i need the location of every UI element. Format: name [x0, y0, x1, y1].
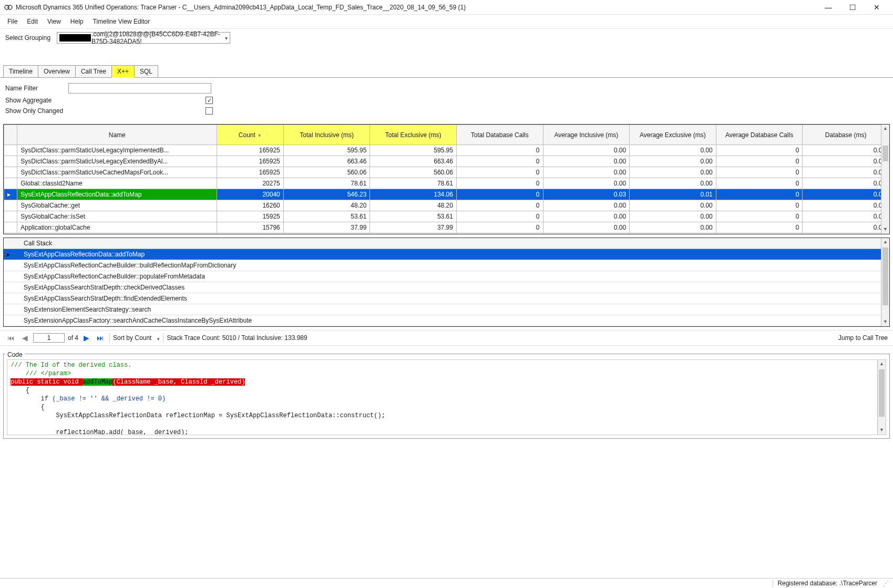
grid-scrollbar[interactable]: ▲ ▼ [881, 125, 889, 234]
cell-value: 0 [716, 200, 803, 211]
cell-value: 0.00 [543, 211, 630, 222]
col-count[interactable]: Count ▼ [217, 125, 284, 145]
cell-value: 0 [456, 167, 543, 178]
call-stack-header[interactable]: Call Stack [4, 238, 889, 249]
show-only-changed-checkbox[interactable] [206, 107, 213, 115]
row-indicator [4, 145, 17, 156]
cell-value: 560.06 [283, 167, 370, 178]
cell-value: 0.00 [630, 178, 716, 189]
cell-value: 0.00 [543, 145, 630, 156]
title-bar: Microsoft Dynamics 365 Unified Operation… [0, 0, 893, 15]
pager-prev-button[interactable]: ◀ [20, 334, 30, 342]
cell-value: 0.00 [630, 156, 716, 167]
show-aggregate-checkbox[interactable]: ✓ [206, 97, 213, 104]
pager-first-button[interactable]: ⏮ [5, 334, 17, 342]
call-stack-row[interactable]: SysExtAppClassReflectionCacheBuilder::po… [4, 271, 889, 282]
table-row[interactable]: SysGlobalCache::isSet1592553.6153.6100.0… [4, 211, 889, 222]
tab-xpp[interactable]: X++ [111, 65, 135, 78]
table-row[interactable]: SysGlobalCache::get1626048.2048.2000.000… [4, 200, 889, 211]
row-indicator [4, 167, 17, 178]
code-line: if (_base != '' && _derived != 0) [11, 395, 166, 403]
cell-value: 0.00 [543, 178, 630, 189]
col-name[interactable]: Name [17, 125, 217, 145]
tab-sql[interactable]: SQL [134, 65, 158, 77]
call-stack-row[interactable]: SysExtAppClassSearchStratDepth::findExte… [4, 293, 889, 304]
cell-value: 78.61 [370, 178, 457, 189]
call-stack-row[interactable]: SysExtensionAppClassFactory::searchAndCa… [4, 315, 889, 326]
tab-call-tree[interactable]: Call Tree [75, 65, 112, 77]
table-row[interactable]: SysDictClass::parmStaticUseLegacyExtende… [4, 156, 889, 167]
row-indicator [4, 200, 17, 211]
col-avg-exclusive[interactable]: Average Exclusive (ms) [630, 125, 716, 145]
chevron-down-icon: ▾ [225, 35, 228, 41]
cell-value: 165925 [217, 156, 284, 167]
cell-value: 0.00 [803, 189, 889, 200]
window-maximize-button[interactable]: ☐ [840, 1, 865, 14]
row-indicator [4, 178, 17, 189]
cell-value: 0.00 [803, 200, 889, 211]
cell-value: 37.99 [283, 222, 370, 233]
table-row[interactable]: Global::classId2Name2027578.6178.6100.00… [4, 178, 889, 189]
col-avg-db-calls[interactable]: Average Database Calls [716, 125, 803, 145]
pager-next-button[interactable]: ▶ [81, 334, 91, 342]
call-stack-row[interactable]: SysExtAppClassReflectionCacheBuilder::bu… [4, 260, 889, 271]
code-group-legend: Code [5, 351, 25, 358]
filters-panel: Name Filter Show Aggregate ✓ Show Only C… [0, 78, 893, 121]
status-registered-db: Registered database: .\TraceParcer [773, 580, 881, 587]
col-total-db-calls[interactable]: Total Database Calls [456, 125, 543, 145]
main-grid: Name Count ▼ Total Inclusive (ms) Total … [3, 124, 890, 234]
menu-help[interactable]: Help [70, 18, 84, 25]
col-avg-inclusive[interactable]: Average Inclusive (ms) [543, 125, 630, 145]
tab-overview[interactable]: Overview [38, 65, 76, 77]
call-stack-label: SysExtAppClassReflectionCacheBuilder::po… [24, 273, 205, 280]
cell-value: 0.00 [803, 167, 889, 178]
cell-value: 0.00 [803, 222, 889, 233]
call-stack-row[interactable]: SysExtAppClassSearchStratDepth::checkDer… [4, 282, 889, 293]
cell-value: 0.00 [803, 156, 889, 167]
cell-value: 165925 [217, 145, 284, 156]
cell-value: 0 [456, 145, 543, 156]
cell-value: 0.00 [630, 222, 716, 233]
pager-of-label: of 4 [68, 334, 78, 342]
row-indicator [4, 156, 17, 167]
stack-scrollbar[interactable]: ▲ ▼ [881, 238, 889, 326]
name-filter-input[interactable] [68, 83, 211, 94]
cell-value: 0.00 [543, 222, 630, 233]
pager-page-input[interactable]: 1 [33, 333, 65, 343]
menu-timeline-view-editor[interactable]: Timeline View Editor [93, 18, 150, 25]
menu-edit[interactable]: Edit [27, 18, 38, 25]
cell-value: 0 [456, 178, 543, 189]
pager-sort-dropdown[interactable]: Sort by Count▾ [109, 333, 163, 343]
cell-value: 53.61 [283, 211, 370, 222]
menu-file[interactable]: File [7, 18, 17, 25]
menu-view[interactable]: View [47, 18, 61, 25]
table-row[interactable]: SysDictClass::parmStaticUseLegacyImpleme… [4, 145, 889, 156]
cell-value: 0 [716, 189, 803, 200]
cell-value: 0 [456, 211, 543, 222]
call-stack-row[interactable]: SysExtensionElementSearchStrategy::searc… [4, 304, 889, 315]
code-viewer[interactable]: /// The Id of the derived class. /// </p… [7, 359, 886, 435]
row-indicator: ▸ [4, 189, 17, 200]
window-close-button[interactable]: ✕ [865, 1, 889, 14]
code-method-name: addToMap [83, 378, 113, 386]
col-database-ms[interactable]: Database (ms) [803, 125, 889, 145]
table-row[interactable]: SysDictClass::parmStaticUseCachedMapsFor… [4, 167, 889, 178]
jump-to-call-tree-link[interactable]: Jump to Call Tree [838, 334, 888, 342]
pager-last-button[interactable]: ⏭ [95, 334, 106, 342]
code-scrollbar[interactable]: ▲ ▼ [877, 360, 886, 435]
cell-value: 0 [716, 222, 803, 233]
tab-timeline[interactable]: Timeline [3, 65, 38, 77]
cell-value: 0.01 [630, 189, 716, 200]
window-minimize-button[interactable]: — [816, 1, 840, 14]
call-stack-row[interactable]: ▸SysExtAppClassReflectionData::addToMap [4, 249, 889, 260]
cell-value: 595.95 [370, 145, 457, 156]
cell-name: Global::classId2Name [17, 178, 217, 189]
table-row[interactable]: Application::globalCache1579637.9937.990… [4, 222, 889, 233]
col-total-inclusive[interactable]: Total Inclusive (ms) [283, 125, 370, 145]
col-total-exclusive[interactable]: Total Exclusive (ms) [370, 125, 457, 145]
resize-grip-icon[interactable]: ⋰ [881, 580, 889, 587]
select-grouping-dropdown[interactable]: XXXXXXX.com](2@10828@@{B45CC6D9-E4B7-42B… [57, 32, 230, 44]
table-row[interactable]: ▸SysExtAppClassReflectionData::addToMap2… [4, 189, 889, 200]
pager-summary: Stack Trace Count: 5010 / Total Inclusiv… [167, 334, 307, 342]
cell-value: 48.20 [283, 200, 370, 211]
